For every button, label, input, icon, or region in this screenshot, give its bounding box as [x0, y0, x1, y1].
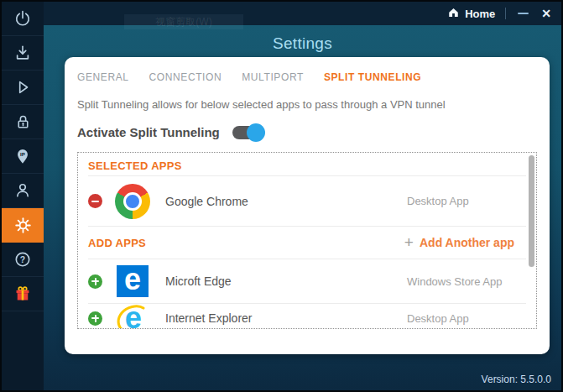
sidebar-item-account[interactable] — [2, 174, 44, 208]
app-name: Internet Explorer — [165, 311, 253, 325]
split-tunneling-description: Split Tunneling allows for below selecte… — [77, 98, 537, 111]
add-apps-header: ADD APPS — [88, 237, 146, 249]
app-row-google-chrome: Google Chrome Desktop App — [88, 176, 526, 226]
edge-icon: e — [115, 265, 150, 297]
home-label: Home — [465, 8, 495, 20]
titlebar: Home ✕ — [44, 2, 561, 25]
chrome-icon — [115, 184, 150, 219]
sidebar-item-play[interactable] — [2, 71, 44, 105]
svg-text:e: e — [125, 301, 142, 329]
svg-text:?: ? — [20, 255, 25, 264]
toggle-knob — [247, 123, 265, 142]
close-button[interactable]: ✕ — [541, 7, 551, 20]
tab-general[interactable]: GENERAL — [77, 71, 129, 83]
remove-app-button[interactable] — [88, 194, 102, 208]
app-type: Desktop App — [407, 195, 526, 207]
tab-connection[interactable]: CONNECTION — [149, 71, 222, 83]
add-app-button[interactable] — [88, 274, 102, 289]
sidebar: IP — [2, 2, 44, 390]
download-icon — [13, 44, 32, 62]
gift-icon — [13, 285, 32, 303]
version-label: Version: 5.5.0.0 — [482, 374, 551, 385]
minimize-icon — [518, 13, 529, 14]
page-title: Settings — [44, 34, 561, 53]
sidebar-item-help[interactable]: ? — [2, 243, 44, 277]
play-icon — [13, 78, 32, 97]
selected-apps-header-row: SELECTED APPS — [88, 153, 526, 175]
home-icon — [447, 7, 460, 21]
add-another-app-button[interactable]: + Add Another app — [404, 236, 526, 249]
scrollbar-thumb[interactable] — [529, 155, 534, 267]
ip-location-icon: IP — [13, 147, 32, 165]
titlebar-divider — [505, 8, 506, 19]
app-row-internet-explorer: e Internet Explorer Desktop App — [88, 304, 526, 329]
settings-tabs: GENERAL CONNECTION MULTIPORT SPLIT TUNNE… — [77, 57, 537, 83]
lock-icon — [14, 113, 32, 131]
activate-row: Activate Split Tunneling — [77, 125, 537, 139]
app-name: Google Chrome — [165, 195, 248, 208]
add-app-button[interactable] — [88, 311, 102, 326]
sidebar-item-lock[interactable] — [2, 105, 44, 139]
app-type: Windows Store App — [407, 275, 526, 288]
settings-gear-icon — [13, 216, 33, 235]
settings-card: GENERAL CONNECTION MULTIPORT SPLIT TUNNE… — [65, 57, 550, 354]
help-icon: ? — [13, 250, 32, 269]
sidebar-item-ip-location[interactable]: IP — [2, 139, 44, 174]
app-row-microsoft-edge: e Microft Edge Windows Store App — [88, 259, 526, 303]
selected-apps-header: SELECTED APPS — [88, 159, 182, 172]
plus-icon: + — [404, 237, 414, 248]
split-tunneling-toggle[interactable] — [232, 126, 263, 139]
app-type: Desktop App — [407, 312, 526, 325]
minimize-button[interactable] — [516, 7, 529, 20]
sidebar-item-settings[interactable] — [2, 208, 44, 243]
main-area: Settings GENERAL CONNECTION MULTIPORT SP… — [44, 25, 561, 390]
internet-explorer-icon: e — [115, 301, 150, 329]
apps-list-box: SELECTED APPS Google Chrome Desktop App … — [77, 152, 537, 329]
add-another-app-label: Add Another app — [420, 236, 514, 249]
user-icon — [13, 181, 32, 200]
sidebar-item-power[interactable] — [2, 2, 44, 36]
svg-text:IP: IP — [20, 151, 25, 157]
add-apps-header-row: ADD APPS + Add Another app — [88, 227, 526, 259]
home-button[interactable]: Home — [447, 7, 495, 21]
activate-label: Activate Split Tunneling — [77, 125, 220, 139]
sidebar-item-download[interactable] — [2, 36, 44, 71]
tab-multiport[interactable]: MULTIPORT — [242, 71, 304, 83]
power-icon — [13, 9, 32, 28]
app-name: Microft Edge — [165, 274, 232, 288]
tab-split-tunneling[interactable]: SPLIT TUNNELING — [324, 71, 421, 83]
app-window: Home ✕ 视窗剪取(W) — [0, 0, 563, 392]
sidebar-item-rewards[interactable] — [2, 277, 44, 311]
